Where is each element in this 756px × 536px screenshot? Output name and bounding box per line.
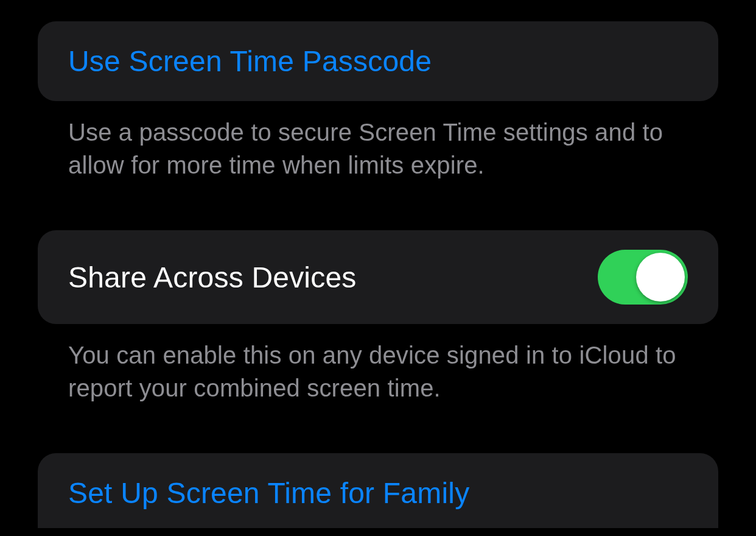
use-screen-time-passcode-label: Use Screen Time Passcode (68, 44, 432, 78)
toggle-knob (636, 253, 685, 302)
settings-container: Use Screen Time Passcode Use a passcode … (0, 0, 756, 528)
share-footer-text: You can enable this on any device signed… (38, 324, 718, 404)
group-gap (38, 404, 718, 453)
use-screen-time-passcode-row[interactable]: Use Screen Time Passcode (38, 21, 718, 101)
set-up-screen-time-family-row[interactable]: Set Up Screen Time for Family (38, 453, 718, 528)
passcode-footer-text: Use a passcode to secure Screen Time set… (38, 101, 718, 182)
share-across-devices-row: Share Across Devices (38, 230, 718, 324)
set-up-screen-time-family-label: Set Up Screen Time for Family (68, 476, 469, 510)
share-across-devices-toggle[interactable] (598, 250, 688, 305)
group-gap (38, 182, 718, 230)
share-across-devices-label: Share Across Devices (68, 261, 357, 294)
